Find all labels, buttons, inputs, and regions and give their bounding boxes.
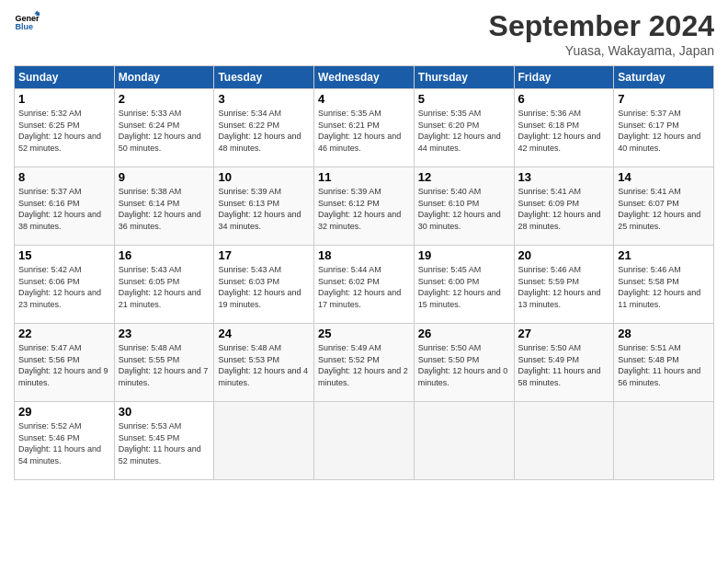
day-number: 24 — [218, 327, 310, 340]
day-number: 23 — [119, 327, 210, 340]
calendar-cell — [414, 402, 514, 480]
calendar-week-row: 8 Sunrise: 5:37 AM Sunset: 6:16 PM Dayli… — [15, 167, 714, 246]
calendar-day-cell: 23 Sunrise: 5:48 AM Sunset: 5:55 PM Dayl… — [114, 324, 214, 402]
day-number: 27 — [518, 327, 610, 340]
day-number: 4 — [318, 92, 410, 106]
day-number: 26 — [418, 327, 510, 340]
day-info: Sunrise: 5:38 AM Sunset: 6:14 PM Dayligh… — [119, 186, 210, 232]
calendar-day-cell: 4 Sunrise: 5:35 AM Sunset: 6:21 PM Dayli… — [314, 89, 415, 167]
calendar-cell — [314, 402, 415, 480]
day-info: Sunrise: 5:32 AM Sunset: 6:25 PM Dayligh… — [18, 108, 110, 154]
day-info: Sunrise: 5:35 AM Sunset: 6:21 PM Dayligh… — [318, 108, 410, 154]
day-info: Sunrise: 5:46 AM Sunset: 5:59 PM Dayligh… — [518, 264, 610, 310]
day-number: 5 — [418, 92, 510, 106]
location: Yuasa, Wakayama, Japan — [489, 43, 714, 58]
calendar-day-cell: 9 Sunrise: 5:38 AM Sunset: 6:14 PM Dayli… — [114, 167, 214, 246]
day-number: 18 — [318, 248, 410, 262]
svg-text:Blue: Blue — [15, 22, 33, 31]
day-number: 29 — [18, 405, 110, 419]
day-info: Sunrise: 5:39 AM Sunset: 6:13 PM Dayligh… — [218, 186, 310, 232]
day-number: 15 — [18, 248, 110, 262]
day-info: Sunrise: 5:44 AM Sunset: 6:02 PM Dayligh… — [318, 264, 410, 310]
day-number: 1 — [18, 92, 110, 106]
month-title: September 2024 — [489, 9, 714, 43]
day-info: Sunrise: 5:33 AM Sunset: 6:24 PM Dayligh… — [119, 108, 210, 154]
calendar-day-cell: 17 Sunrise: 5:43 AM Sunset: 6:03 PM Dayl… — [214, 246, 314, 324]
calendar-cell — [214, 402, 314, 480]
calendar-day-cell: 19 Sunrise: 5:45 AM Sunset: 6:00 PM Dayl… — [414, 246, 514, 324]
day-info: Sunrise: 5:40 AM Sunset: 6:10 PM Dayligh… — [418, 186, 510, 232]
page-header: General Blue September 2024 Yuasa, Wakay… — [14, 9, 714, 58]
header-tuesday: Tuesday — [214, 66, 314, 89]
calendar-day-cell: 22 Sunrise: 5:47 AM Sunset: 5:56 PM Dayl… — [15, 324, 115, 402]
day-number: 21 — [618, 248, 710, 262]
day-number: 10 — [218, 170, 310, 184]
calendar-day-cell: 7 Sunrise: 5:37 AM Sunset: 6:17 PM Dayli… — [614, 89, 714, 167]
day-number: 9 — [119, 170, 210, 184]
day-number: 16 — [119, 248, 210, 262]
day-info: Sunrise: 5:52 AM Sunset: 5:46 PM Dayligh… — [18, 420, 110, 466]
day-info: Sunrise: 5:51 AM Sunset: 5:48 PM Dayligh… — [618, 342, 710, 388]
calendar-day-cell: 25 Sunrise: 5:49 AM Sunset: 5:52 PM Dayl… — [314, 324, 415, 402]
day-number: 3 — [218, 92, 310, 106]
day-info: Sunrise: 5:46 AM Sunset: 5:58 PM Dayligh… — [618, 264, 710, 310]
day-info: Sunrise: 5:50 AM Sunset: 5:50 PM Dayligh… — [418, 342, 510, 388]
day-number: 30 — [119, 405, 210, 419]
day-info: Sunrise: 5:42 AM Sunset: 6:06 PM Dayligh… — [18, 264, 110, 310]
header-friday: Friday — [514, 66, 614, 89]
header-monday: Monday — [114, 66, 214, 89]
calendar-day-cell: 11 Sunrise: 5:39 AM Sunset: 6:12 PM Dayl… — [314, 167, 415, 246]
calendar-table: Sunday Monday Tuesday Wednesday Thursday… — [14, 65, 714, 480]
calendar-day-cell: 18 Sunrise: 5:44 AM Sunset: 6:02 PM Dayl… — [314, 246, 415, 324]
calendar-day-cell: 27 Sunrise: 5:50 AM Sunset: 5:49 PM Dayl… — [514, 324, 614, 402]
calendar-day-cell: 29 Sunrise: 5:52 AM Sunset: 5:46 PM Dayl… — [15, 402, 115, 480]
calendar-day-cell: 2 Sunrise: 5:33 AM Sunset: 6:24 PM Dayli… — [114, 89, 214, 167]
calendar-cell — [514, 402, 614, 480]
day-number: 11 — [318, 170, 410, 184]
day-info: Sunrise: 5:41 AM Sunset: 6:09 PM Dayligh… — [518, 186, 610, 232]
calendar-cell — [614, 402, 714, 480]
calendar-day-cell: 5 Sunrise: 5:35 AM Sunset: 6:20 PM Dayli… — [414, 89, 514, 167]
calendar-day-cell: 15 Sunrise: 5:42 AM Sunset: 6:06 PM Dayl… — [15, 246, 115, 324]
day-info: Sunrise: 5:34 AM Sunset: 6:22 PM Dayligh… — [218, 108, 310, 154]
svg-text:General: General — [15, 14, 40, 23]
calendar-week-row: 29 Sunrise: 5:52 AM Sunset: 5:46 PM Dayl… — [15, 402, 714, 480]
day-info: Sunrise: 5:43 AM Sunset: 6:03 PM Dayligh… — [218, 264, 310, 310]
calendar-day-cell: 21 Sunrise: 5:46 AM Sunset: 5:58 PM Dayl… — [614, 246, 714, 324]
day-number: 12 — [418, 170, 510, 184]
calendar-day-cell: 6 Sunrise: 5:36 AM Sunset: 6:18 PM Dayli… — [514, 89, 614, 167]
calendar-week-row: 15 Sunrise: 5:42 AM Sunset: 6:06 PM Dayl… — [15, 246, 714, 324]
day-info: Sunrise: 5:37 AM Sunset: 6:17 PM Dayligh… — [618, 108, 710, 154]
day-info: Sunrise: 5:39 AM Sunset: 6:12 PM Dayligh… — [318, 186, 410, 232]
logo-icon: General Blue — [14, 9, 40, 35]
day-info: Sunrise: 5:48 AM Sunset: 5:55 PM Dayligh… — [119, 342, 210, 388]
calendar-day-cell: 14 Sunrise: 5:41 AM Sunset: 6:07 PM Dayl… — [614, 167, 714, 246]
day-number: 13 — [518, 170, 610, 184]
day-number: 25 — [318, 327, 410, 340]
calendar-day-cell: 3 Sunrise: 5:34 AM Sunset: 6:22 PM Dayli… — [214, 89, 314, 167]
header-saturday: Saturday — [614, 66, 714, 89]
day-number: 20 — [518, 248, 610, 262]
logo: General Blue — [14, 9, 40, 35]
day-info: Sunrise: 5:36 AM Sunset: 6:18 PM Dayligh… — [518, 108, 610, 154]
calendar-day-cell: 8 Sunrise: 5:37 AM Sunset: 6:16 PM Dayli… — [15, 167, 115, 246]
calendar-day-cell: 1 Sunrise: 5:32 AM Sunset: 6:25 PM Dayli… — [15, 89, 115, 167]
day-number: 17 — [218, 248, 310, 262]
calendar-day-cell: 16 Sunrise: 5:43 AM Sunset: 6:05 PM Dayl… — [114, 246, 214, 324]
day-info: Sunrise: 5:45 AM Sunset: 6:00 PM Dayligh… — [418, 264, 510, 310]
day-info: Sunrise: 5:53 AM Sunset: 5:45 PM Dayligh… — [119, 420, 210, 466]
calendar-week-row: 22 Sunrise: 5:47 AM Sunset: 5:56 PM Dayl… — [15, 324, 714, 402]
day-number: 8 — [18, 170, 110, 184]
calendar-day-cell: 20 Sunrise: 5:46 AM Sunset: 5:59 PM Dayl… — [514, 246, 614, 324]
day-number: 28 — [618, 327, 710, 340]
calendar-day-cell: 10 Sunrise: 5:39 AM Sunset: 6:13 PM Dayl… — [214, 167, 314, 246]
day-number: 6 — [518, 92, 610, 106]
day-number: 19 — [418, 248, 510, 262]
header-sunday: Sunday — [15, 66, 115, 89]
day-info: Sunrise: 5:43 AM Sunset: 6:05 PM Dayligh… — [119, 264, 210, 310]
day-info: Sunrise: 5:48 AM Sunset: 5:53 PM Dayligh… — [218, 342, 310, 388]
calendar-week-row: 1 Sunrise: 5:32 AM Sunset: 6:25 PM Dayli… — [15, 89, 714, 167]
day-info: Sunrise: 5:50 AM Sunset: 5:49 PM Dayligh… — [518, 342, 610, 388]
day-number: 7 — [618, 92, 710, 106]
day-info: Sunrise: 5:35 AM Sunset: 6:20 PM Dayligh… — [418, 108, 510, 154]
